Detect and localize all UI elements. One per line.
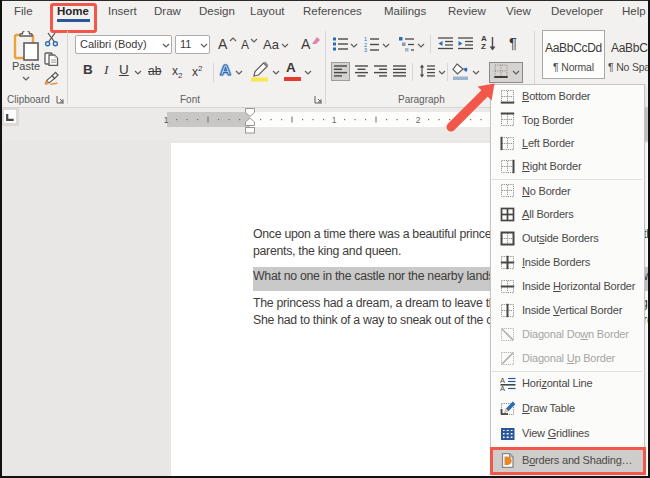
svg-text:2: 2 (416, 115, 421, 125)
svg-text:3: 3 (364, 47, 367, 52)
svg-text:1: 1 (164, 115, 169, 125)
svg-text:A: A (500, 384, 505, 391)
svg-text:1: 1 (332, 115, 337, 125)
